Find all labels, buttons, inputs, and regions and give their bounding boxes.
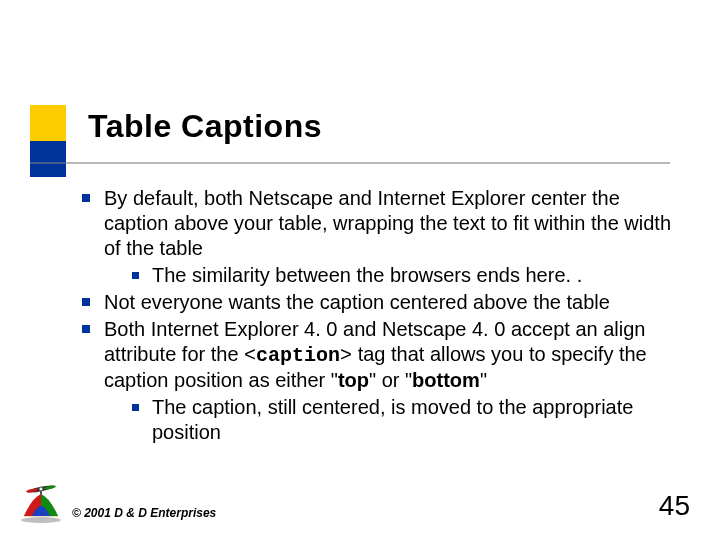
- sub-bullet-list: The similarity between the browsers ends…: [104, 263, 672, 288]
- bullet-item: By default, both Netscape and Internet E…: [76, 186, 672, 288]
- bullet-text: Not everyone wants the caption centered …: [104, 291, 610, 313]
- propeller-hat-icon: [18, 484, 64, 524]
- footer-copyright: © 2001 D & D Enterprises: [72, 506, 216, 520]
- sub-bullet-item: The caption, still centered, is moved to…: [128, 395, 672, 445]
- bullet-list: By default, both Netscape and Internet E…: [76, 186, 672, 445]
- svg-point-5: [39, 487, 43, 491]
- svg-point-0: [21, 517, 61, 523]
- bullet-item: Not everyone wants the caption centered …: [76, 290, 672, 315]
- sub-bullet-item: The similarity between the browsers ends…: [128, 263, 672, 288]
- bullet-text: Both Internet Explorer 4. 0 and Netscape…: [104, 318, 647, 391]
- sub-bullet-text: The caption, still centered, is moved to…: [152, 396, 633, 443]
- accent-navy-square: [30, 141, 66, 177]
- body-text: By default, both Netscape and Internet E…: [76, 186, 672, 447]
- title-underline: [30, 162, 670, 164]
- sub-bullet-text: The similarity between the browsers ends…: [152, 264, 582, 286]
- title-area: Table Captions: [88, 108, 322, 145]
- bullet-text: By default, both Netscape and Internet E…: [104, 187, 671, 259]
- slide: Table Captions By default, both Netscape…: [0, 0, 720, 540]
- bullet-item: Both Internet Explorer 4. 0 and Netscape…: [76, 317, 672, 445]
- sub-bullet-list: The caption, still centered, is moved to…: [104, 395, 672, 445]
- page-number: 45: [659, 490, 690, 522]
- slide-title: Table Captions: [88, 108, 322, 145]
- accent-yellow-square: [30, 105, 66, 141]
